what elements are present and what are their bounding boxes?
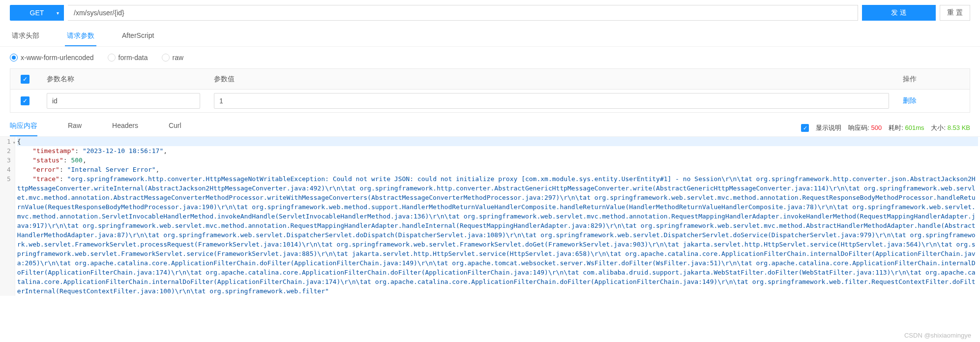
fold-icon[interactable]: ▾ [13,138,16,147]
resp-size-value: 8.53 KB [948,124,970,131]
param-value-input[interactable] [214,93,889,109]
resp-code-label: 响应码: [848,124,869,131]
radio-label: x-www-form-urlencoded [21,54,94,62]
tab-after-script[interactable]: AfterScript [120,27,156,46]
param-name-input[interactable] [47,93,200,109]
params-table: ✓ 参数名称 参数值 操作 ✓ 删除 [10,68,970,113]
code-content[interactable]: { "timestamp": "2023-12-10 18:56:17", "s… [15,137,980,296]
select-all-checkbox[interactable]: ✓ [21,75,30,84]
http-method-select[interactable]: GET ▾ [10,5,64,21]
http-method-label: GET [30,9,44,17]
reset-button[interactable]: 重 置 [940,5,970,21]
url-input[interactable] [68,5,858,21]
line-gutter: 1▾ 2345 [0,137,15,296]
radio-circle-icon [162,54,170,62]
params-header-row: ✓ 参数名称 参数值 操作 [10,69,970,90]
resp-size-label: 大小: [931,124,946,131]
tab-response-headers[interactable]: Headers [112,122,138,136]
tab-request-headers[interactable]: 请求头部 [10,27,41,46]
delete-param-link[interactable]: 删除 [903,96,917,105]
resp-code-value: 500 [871,124,882,131]
tab-request-params[interactable]: 请求参数 [65,27,96,46]
show-desc-checkbox[interactable]: ✓ [801,124,809,132]
radio-form-data[interactable]: form-data [108,54,148,62]
radio-circle-icon [10,54,18,62]
col-name: 参数名称 [40,69,207,89]
tab-response-raw[interactable]: Raw [68,122,82,136]
row-checkbox[interactable]: ✓ [21,96,30,105]
tab-response-content[interactable]: 响应内容 [10,122,37,136]
radio-urlencoded[interactable]: x-www-form-urlencoded [10,54,94,62]
show-desc-label: 显示说明 [816,124,841,132]
radio-label: form-data [119,54,148,62]
resp-time-label: 耗时: [889,124,903,131]
col-value: 参数值 [207,69,896,89]
param-row: ✓ 删除 [10,90,970,112]
tab-response-curl[interactable]: Curl [169,122,181,136]
radio-circle-icon [108,54,116,62]
col-action: 操作 [896,69,970,89]
radio-label: raw [173,54,184,62]
send-button[interactable]: 发 送 [862,5,936,21]
response-meta: ✓ 显示说明 响应码: 500 耗时: 601ms 大小: 8.53 KB [801,124,970,136]
chevron-down-icon: ▾ [57,10,59,16]
radio-raw[interactable]: raw [162,54,184,62]
response-body[interactable]: 1▾ 2345 { "timestamp": "2023-12-10 18:56… [0,137,980,296]
resp-time-value: 601ms [905,124,924,131]
